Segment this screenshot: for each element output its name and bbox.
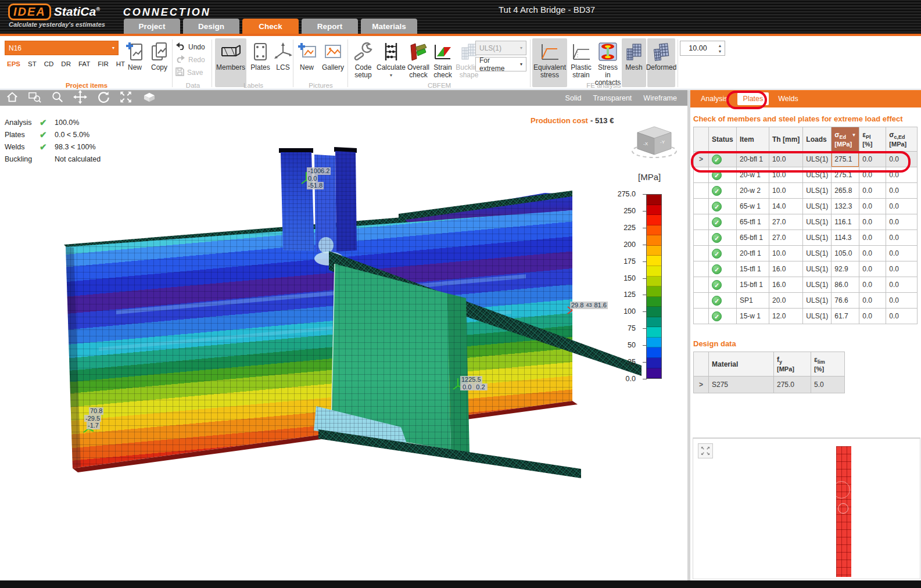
save-button[interactable]: Save xyxy=(175,66,203,78)
contact-stress-icon xyxy=(598,40,618,64)
material-header[interactable]: Material xyxy=(709,352,774,377)
view-cube[interactable]: -X -Y xyxy=(630,122,678,160)
tab-materials[interactable]: Materials xyxy=(361,19,417,34)
plate-preview-panel[interactable] xyxy=(693,438,920,579)
viewmode-wireframe[interactable]: Wireframe xyxy=(643,94,677,102)
check-icon: ✔ xyxy=(40,130,55,140)
mesh-button[interactable]: Mesh xyxy=(622,38,646,87)
expand-preview-button[interactable] xyxy=(698,443,713,458)
sigc-cell: 0.0 xyxy=(886,246,918,261)
analysis-type-fat[interactable]: FAT xyxy=(78,60,90,67)
table-row[interactable]: ✓SP120.0ULS(1)76.60.00.0 xyxy=(694,293,918,309)
results-tab-analysis[interactable]: Analysis xyxy=(695,92,734,105)
row-expander[interactable] xyxy=(694,277,709,293)
3d-viewport[interactable]: Analysis✔100.0%Plates✔0.0 < 5.0%Welds✔98… xyxy=(0,106,687,580)
item-cell: 20-bfl 1 xyxy=(737,152,769,167)
viewmode-solid[interactable]: Solid xyxy=(565,94,582,102)
table-row[interactable]: ✓20-w 210.0ULS(1)265.80.00.0 xyxy=(694,183,918,199)
row-expander[interactable] xyxy=(694,214,709,230)
deformed-button[interactable]: Deformed xyxy=(647,38,675,87)
lcs-button[interactable]: LCS xyxy=(273,38,293,87)
zoom-icon[interactable] xyxy=(51,91,64,106)
loads-header[interactable]: Loads xyxy=(803,127,832,152)
solid-box-icon[interactable] xyxy=(142,91,157,105)
tab-check[interactable]: Check xyxy=(242,19,299,34)
spinner-up-icon[interactable]: ▲ xyxy=(718,44,722,48)
plastic-strain-button[interactable]: Plastic strain xyxy=(568,38,594,87)
members-labels-button[interactable]: Members xyxy=(215,38,246,87)
pan-icon[interactable] xyxy=(73,90,87,106)
table-row[interactable]: ✓15-w 112.0ULS(1)61.70.00.0 xyxy=(694,309,918,324)
copy-item-button[interactable]: Copy xyxy=(148,38,171,87)
stress-in-contacts-button[interactable]: Stress in contacts xyxy=(595,38,621,87)
row-expander[interactable] xyxy=(694,293,709,309)
plates-labels-button[interactable]: Plates xyxy=(248,38,273,87)
viewmode-transparent[interactable]: Transparent xyxy=(593,94,632,102)
strain-check-button[interactable]: Strain check xyxy=(431,38,454,87)
row-expander[interactable]: > xyxy=(694,377,709,393)
eps-pl-header[interactable]: εPl [%] xyxy=(859,127,886,152)
project-subtabs: EPSSTCDDRFATFIRHT xyxy=(7,60,125,67)
overall-check-button[interactable]: Overall check xyxy=(406,38,431,87)
table-row[interactable]: > S275 275.0 5.0 xyxy=(694,377,845,393)
item-header[interactable]: Item xyxy=(737,127,769,152)
colorbar-tick: 275.0 xyxy=(618,190,636,198)
tab-design[interactable]: Design xyxy=(183,19,239,34)
table-row[interactable]: ✓65-tfl 127.0ULS(1)116.10.00.0 xyxy=(694,214,918,230)
gallery-button[interactable]: Gallery xyxy=(320,38,346,87)
load-case-combobox[interactable]: ULS(1)▾ xyxy=(475,41,526,55)
group-cbfem: Code setup Calculate ▼ Overall check Str… xyxy=(350,36,529,89)
row-expander[interactable] xyxy=(694,183,709,199)
analysis-type-cd[interactable]: CD xyxy=(44,60,54,67)
code-setup-button[interactable]: Code setup xyxy=(350,38,377,87)
table-row[interactable]: ✓20-tfl 110.0ULS(1)105.00.00.0 xyxy=(694,246,918,261)
table-row[interactable]: ✓20-w 110.0ULS(1)275.10.00.0 xyxy=(694,167,918,183)
equivalent-stress-button[interactable]: Equivalent stress xyxy=(532,38,567,87)
status-header[interactable]: Status xyxy=(709,127,737,152)
group-label: CBFEM xyxy=(350,82,529,89)
table-row[interactable]: >✓20-bfl 110.0ULS(1)275.10.00.0 xyxy=(694,152,918,167)
rotate-icon[interactable] xyxy=(96,91,110,106)
results-tab-plates[interactable]: Plates xyxy=(737,92,769,105)
calculate-button[interactable]: Calculate ▼ xyxy=(377,38,406,87)
results-tab-welds[interactable]: Welds xyxy=(772,92,804,105)
table-row[interactable]: ✓15-bfl 116.0ULS(1)86.00.00.0 xyxy=(694,277,918,293)
zoom-fit-icon[interactable] xyxy=(119,91,132,106)
row-expander[interactable] xyxy=(694,199,709,214)
new-item-button[interactable]: New xyxy=(123,38,146,87)
project-item-combobox[interactable]: N16▾ xyxy=(5,41,119,55)
table-row[interactable]: ✓15-tfl 116.0ULS(1)92.90.00.0 xyxy=(694,261,918,277)
tab-project[interactable]: Project xyxy=(124,19,180,34)
plate-preview[interactable] xyxy=(836,446,851,577)
undo-button[interactable]: Undo xyxy=(175,41,205,53)
extreme-combobox[interactable]: For extreme▾ xyxy=(475,57,526,71)
row-expander[interactable]: > xyxy=(694,152,709,167)
th-header[interactable]: Th [mm] xyxy=(769,127,803,152)
table-row[interactable]: ✓65-w 114.0ULS(1)132.30.00.0 xyxy=(694,199,918,214)
analysis-type-fir[interactable]: FIR xyxy=(98,60,109,67)
eps-lim-header[interactable]: εlim [%] xyxy=(811,352,845,377)
analysis-type-dr[interactable]: DR xyxy=(61,60,71,67)
item-cell: 15-w 1 xyxy=(737,309,769,324)
redo-button[interactable]: Redo xyxy=(175,53,205,66)
row-expander[interactable] xyxy=(694,309,709,324)
app-window: IDEA StatiCa® CONNECTION Calculate yeste… xyxy=(0,0,921,588)
analysis-type-st[interactable]: ST xyxy=(28,60,37,67)
analysis-type-eps[interactable]: EPS xyxy=(7,60,20,67)
sigma-ed-header[interactable]: σEd▼ [MPa] xyxy=(832,127,859,152)
status-cell: ✓ xyxy=(709,293,737,309)
home-view-icon[interactable] xyxy=(6,91,19,106)
check-ok-icon: ✓ xyxy=(712,186,722,196)
fy-header[interactable]: fy [MPa] xyxy=(774,352,811,377)
tab-report[interactable]: Report xyxy=(302,19,358,34)
table-row[interactable]: ✓65-bfl 127.0ULS(1)114.30.00.0 xyxy=(694,230,918,246)
row-expander[interactable] xyxy=(694,246,709,261)
zoom-window-icon[interactable] xyxy=(28,91,42,106)
new-picture-button[interactable]: New xyxy=(295,38,318,87)
deformed-scale-spinner[interactable]: 10.00 ▲▼ xyxy=(680,41,725,56)
sigma-c-header[interactable]: σc,Ed [MPa] xyxy=(886,127,918,152)
row-expander[interactable] xyxy=(694,261,709,277)
spinner-down-icon[interactable]: ▼ xyxy=(718,49,722,53)
row-expander[interactable] xyxy=(694,230,709,246)
row-expander[interactable] xyxy=(694,167,709,183)
